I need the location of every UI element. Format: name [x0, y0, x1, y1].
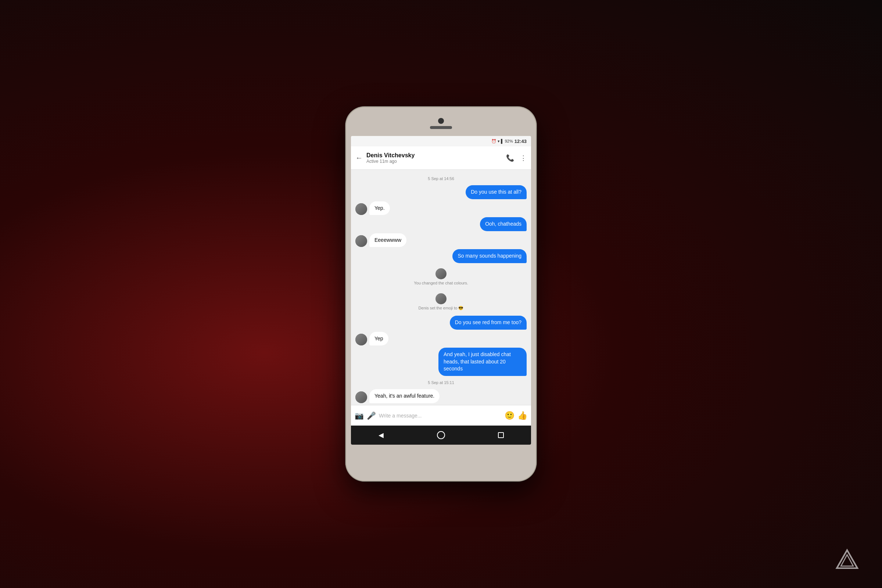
system-message: You changed the chat colours.	[356, 268, 526, 285]
nav-back-button[interactable]: ◀	[374, 428, 388, 442]
wifi-icon: ▾	[498, 139, 500, 144]
signal-icon: ▌	[501, 139, 504, 143]
contact-name: Denis Vitchevsky	[366, 152, 502, 159]
bubble-outgoing: Do you see red from me too?	[450, 316, 526, 330]
nav-home-icon	[437, 431, 445, 439]
status-bar: ⏰ ▾ ▌ 92% 12:43	[351, 136, 531, 146]
more-icon[interactable]: ⋮	[520, 154, 526, 162]
app-header: ← Denis Vitchevsky Active 11m ago 📞 ⋮	[351, 146, 531, 170]
nav-recents-icon	[498, 432, 504, 438]
messages-area: 5 Sep at 14:56 Do you use this at all? Y…	[351, 170, 531, 405]
verge-logo-icon	[834, 548, 860, 573]
nav-home-button[interactable]	[434, 428, 448, 442]
date-label-1: 5 Sep at 14:56	[356, 176, 526, 181]
message-row: Yep.	[356, 201, 526, 215]
message-row: Yep	[356, 332, 526, 346]
bubble-incoming: Eeeewwww	[369, 233, 406, 248]
message-row: Do you see red from me too?	[356, 316, 526, 330]
message-row: So many sounds happening	[356, 249, 526, 263]
bubble-incoming: Yeah, it's an awful feature.	[369, 389, 440, 403]
avatar	[356, 235, 367, 247]
svg-marker-0	[837, 550, 857, 568]
camera-icon[interactable]: 📷	[355, 411, 364, 420]
system-text: You changed the chat colours.	[414, 281, 468, 285]
mic-icon[interactable]: 🎤	[367, 411, 376, 420]
battery-text: 92%	[505, 139, 513, 143]
system-message: Denis set the emoji to 😎	[356, 293, 526, 310]
emoji-icon[interactable]: 🙂	[505, 411, 514, 420]
system-avatar	[435, 268, 447, 279]
avatar	[356, 334, 367, 345]
message-row: Do you use this at all?	[356, 185, 526, 199]
android-nav-bar: ◀	[351, 426, 531, 445]
status-icons: ⏰ ▾ ▌ 92%	[491, 139, 513, 144]
avatar	[356, 203, 367, 215]
header-action-icons: 📞 ⋮	[506, 154, 526, 162]
phone-bottom	[345, 445, 537, 474]
contact-info: Denis Vitchevsky Active 11m ago	[366, 152, 502, 164]
date-label-2: 5 Sep at 15:11	[356, 380, 526, 385]
nav-back-icon: ◀	[378, 431, 384, 439]
bubble-outgoing: Do you use this at all?	[466, 185, 526, 199]
bubble-incoming: Yep.	[369, 201, 390, 215]
avatar	[356, 392, 367, 403]
phone-top	[345, 106, 537, 136]
call-icon[interactable]: 📞	[506, 154, 514, 162]
bubble-incoming: Yep	[369, 332, 388, 346]
screen: ⏰ ▾ ▌ 92% 12:43 ← Denis Vitchevsky Activ…	[351, 136, 531, 445]
phone-shell: ⏰ ▾ ▌ 92% 12:43 ← Denis Vitchevsky Activ…	[345, 106, 537, 482]
back-button[interactable]: ←	[356, 154, 363, 162]
system-avatar	[435, 293, 447, 304]
bubble-outgoing: So many sounds happening	[452, 249, 526, 263]
bubble-outgoing: Ooh, chatheads	[480, 217, 526, 231]
message-row: And yeah, I just disabled chat heads, th…	[356, 348, 526, 376]
alarm-icon: ⏰	[491, 139, 496, 144]
nav-recents-button[interactable]	[494, 428, 508, 442]
message-row: Yeah, it's an awful feature.	[356, 389, 526, 403]
camera-dot	[438, 118, 444, 124]
bubble-outgoing: And yeah, I just disabled chat heads, th…	[438, 348, 526, 376]
contact-status: Active 11m ago	[366, 159, 502, 164]
time-display: 12:43	[514, 138, 526, 144]
like-icon[interactable]: 👍	[518, 411, 527, 420]
message-row: Ooh, chatheads	[356, 217, 526, 231]
input-bar: 📷 🎤 🙂 👍	[351, 405, 531, 426]
message-row: Eeeewwww	[356, 233, 526, 248]
message-input[interactable]	[379, 409, 502, 422]
speaker-grille	[430, 126, 452, 129]
system-text: Denis set the emoji to 😎	[418, 306, 464, 310]
